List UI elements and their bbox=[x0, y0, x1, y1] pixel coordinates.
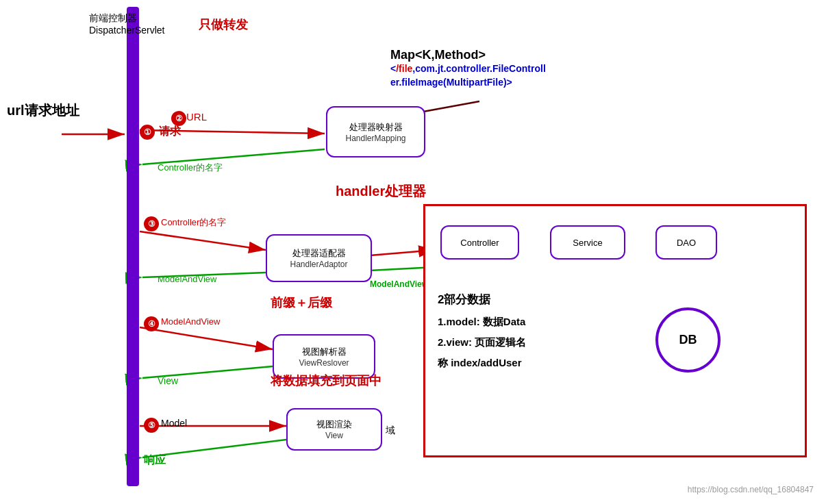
step-5-circle: ⑤ bbox=[144, 418, 159, 433]
vertical-bar bbox=[127, 7, 139, 486]
db-label: DB bbox=[679, 333, 697, 347]
view-return-label: View bbox=[158, 375, 178, 386]
step-1-label: 请求 bbox=[159, 125, 181, 139]
step-4-label: ModelAndView bbox=[161, 316, 220, 327]
map-content: </file,com.jt.controller.FileController.… bbox=[390, 62, 546, 89]
step-3-circle: ③ bbox=[144, 216, 159, 231]
view-resolver-en: ViewReslover bbox=[299, 358, 349, 368]
info-text: 2部分数据 1.model: 数据Data 2.view: 页面逻辑名 称 in… bbox=[438, 288, 526, 373]
dispatcher-cn-label: 前端控制器 bbox=[89, 12, 137, 25]
step-5-label: Model bbox=[161, 418, 187, 429]
handler-adaptor-en: HandlerAdaptor bbox=[290, 260, 347, 269]
url-label: url请求地址 bbox=[7, 101, 79, 120]
service-inner-box: Service bbox=[550, 225, 625, 260]
controller-name-return-label: Controller的名字 bbox=[158, 162, 223, 174]
fill-label: 将数据填充到页面中 bbox=[271, 373, 381, 389]
svg-line-9 bbox=[140, 231, 266, 250]
step-2-circle: ② bbox=[171, 111, 186, 126]
view-renderer-cn: 视图渲染 bbox=[316, 418, 352, 431]
view-renderer-box: 视图渲染 View bbox=[286, 408, 382, 451]
step-4-circle: ④ bbox=[144, 316, 159, 331]
info-item1: 1.model: 数据Data bbox=[438, 312, 526, 332]
controller-inner-box: Controller bbox=[440, 225, 519, 260]
dao-inner-label: DAO bbox=[677, 238, 696, 248]
handler-adaptor-box: 处理器适配器 HandlerAdaptor bbox=[266, 234, 372, 282]
model-and-view-return-label: ModelAndView bbox=[158, 274, 216, 284]
map-title: Map<K,Method> bbox=[390, 48, 546, 62]
view-resolver-cn: 视图解析器 bbox=[302, 346, 347, 358]
view-renderer-en: View bbox=[325, 431, 343, 440]
step-3-label: Controller的名字 bbox=[161, 216, 226, 229]
step-1-circle: ① bbox=[140, 125, 155, 140]
domain-label: 域 bbox=[386, 425, 395, 437]
svg-line-19 bbox=[140, 327, 273, 349]
handler-label: handler处理器 bbox=[336, 182, 426, 201]
info-item3: 称 index/addUser bbox=[438, 353, 526, 373]
db-circle: DB bbox=[655, 307, 721, 373]
dao-inner-box: DAO bbox=[655, 225, 717, 260]
watermark: https://blog.csdn.net/qq_16804847 bbox=[688, 485, 814, 494]
handler-section: Controller Service DAO DB 2部分数据 1.model:… bbox=[423, 204, 807, 457]
info-title: 2部分数据 bbox=[438, 288, 526, 312]
handler-adaptor-cn: 处理器适配器 bbox=[292, 247, 346, 260]
diagram-container: 前端控制器 DispatcherServlet 只做转发 url请求地址 Map… bbox=[0, 0, 826, 504]
step-2-label: URL bbox=[186, 111, 207, 123]
dispatcher-en-label: DispatcherServlet bbox=[89, 25, 165, 36]
prefix-label: 前缀＋后缀 bbox=[271, 294, 332, 311]
handler-mapping-box: 处理器映射器 HandlerMapping bbox=[326, 106, 425, 158]
response-label: 响应 bbox=[144, 453, 166, 468]
map-annotation: Map<K,Method> </file,com.jt.controller.F… bbox=[390, 48, 546, 89]
only-forward-label: 只做转发 bbox=[199, 16, 248, 33]
model-and-view-mid-label: ModelAndView bbox=[370, 279, 428, 289]
controller-inner-label: Controller bbox=[460, 238, 499, 248]
service-inner-label: Service bbox=[573, 238, 602, 248]
info-item2: 2.view: 页面逻辑名 bbox=[438, 332, 526, 353]
handler-mapping-en: HandlerMapping bbox=[345, 134, 405, 143]
handler-mapping-cn: 处理器映射器 bbox=[349, 121, 403, 134]
